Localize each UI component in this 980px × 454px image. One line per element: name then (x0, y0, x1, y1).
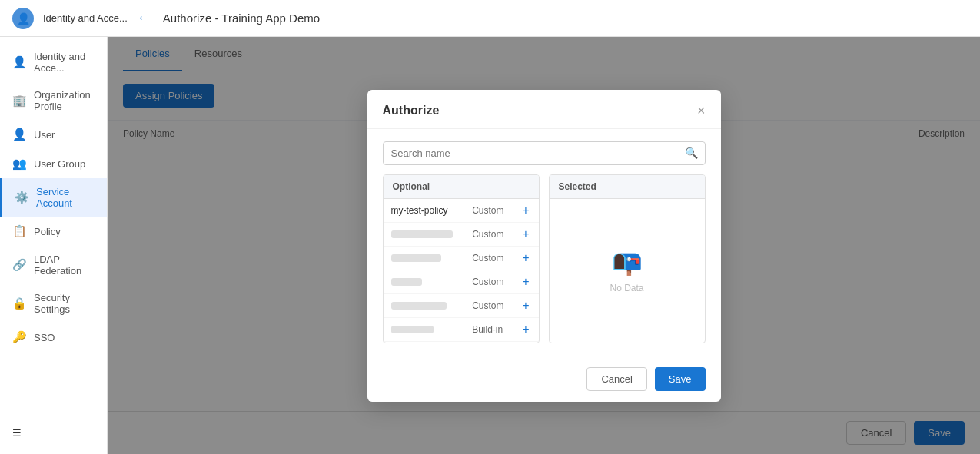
sidebar-item-user[interactable]: 👤 User (0, 120, 107, 149)
menu-icon: ☰ (12, 427, 22, 439)
policy-name-4 (391, 278, 467, 286)
sso-icon: 🔑 (12, 330, 26, 344)
sidebar-item-user-group[interactable]: 👥 User Group (0, 149, 107, 178)
add-btn-3[interactable]: + (520, 252, 530, 264)
sidebar-label-security: Security Settings (34, 292, 95, 315)
policy-name-5 (391, 302, 467, 310)
add-btn-1[interactable]: + (520, 204, 530, 217)
optional-pane: Optional my-test-policy Custom + (383, 174, 540, 343)
placeholder-bar (391, 230, 453, 238)
user-group-icon: 👥 (12, 157, 26, 171)
policy-type-1: Custom (472, 205, 514, 216)
sidebar-label-service-account: Service Account (36, 186, 95, 209)
policy-name-6 (391, 326, 467, 333)
policy-type-6: Build-in (472, 324, 514, 335)
optional-list-body: my-test-policy Custom + (384, 199, 539, 343)
list-item: Custom + (384, 223, 539, 247)
list-item: Build-in + (384, 318, 539, 342)
search-input[interactable] (383, 141, 706, 165)
authorize-modal: Authorize × 🔍 (367, 90, 721, 402)
policy-type-5: Custom (472, 300, 514, 311)
no-data-icon: 📭 (612, 247, 643, 277)
policy-type-2: Custom (472, 229, 514, 240)
modal-header: Authorize × (367, 90, 721, 129)
identity-icon: 👤 (12, 55, 26, 69)
sidebar-item-identity[interactable]: 👤 Identity and Acce... (0, 43, 107, 81)
sidebar-label-sso: SSO (34, 332, 55, 343)
user-icon: 👤 (12, 128, 26, 141)
modal-save-button[interactable]: Save (655, 367, 706, 391)
list-item: my-test-policy Custom + (384, 199, 539, 223)
sidebar-item-sso[interactable]: 🔑 SSO (0, 323, 107, 352)
no-data-text: No Data (610, 283, 643, 293)
modal-title: Authorize (383, 104, 440, 118)
sidebar-item-ldap[interactable]: 🔗 LDAP Federation (0, 246, 107, 284)
org-icon: 🏢 (12, 94, 26, 108)
sidebar-label-user-group: User Group (34, 158, 85, 170)
sidebar-label-ldap: LDAP Federation (34, 254, 95, 277)
add-btn-5[interactable]: + (520, 300, 530, 312)
modal-cancel-button[interactable]: Cancel (586, 367, 646, 391)
add-btn-4[interactable]: + (520, 276, 530, 288)
modal-body: 🔍 Optional my-test (367, 129, 721, 356)
sidebar: 👤 Identity and Acce... 🏢 Organization Pr… (0, 37, 108, 454)
modal-overlay: Authorize × 🔍 (108, 37, 980, 454)
policy-icon: 📋 (12, 224, 26, 238)
ldap-icon: 🔗 (12, 258, 26, 272)
optional-header: Optional (384, 175, 539, 199)
search-box: 🔍 (383, 141, 706, 165)
content-inner: Policies Resources Assign Policies Polic… (108, 37, 980, 454)
content-area: Policies Resources Assign Policies Polic… (108, 37, 980, 454)
sidebar-item-policy[interactable]: 📋 Policy (0, 217, 107, 246)
sidebar-item-service-account[interactable]: ⚙️ Service Account (0, 178, 107, 217)
sidebar-label-org: Organization Profile (34, 89, 95, 112)
policy-type-4: Custom (472, 277, 514, 287)
back-arrow[interactable]: ← (137, 10, 151, 26)
sidebar-bottom: ☰ (0, 418, 107, 448)
list-item: Custom + (384, 270, 539, 294)
policy-name-3 (391, 254, 467, 262)
app-icon: 👤 (12, 8, 34, 29)
policy-name-1: my-test-policy (391, 205, 467, 216)
service-account-icon: ⚙️ (15, 191, 28, 204)
main-layout: 👤 Identity and Acce... 🏢 Organization Pr… (0, 37, 980, 454)
search-icon: 🔍 (685, 147, 698, 159)
list-item: Custom + (384, 247, 539, 270)
sidebar-label-user: User (34, 129, 55, 141)
sidebar-item-org-profile[interactable]: 🏢 Organization Profile (0, 81, 107, 120)
add-btn-6[interactable]: + (520, 323, 530, 336)
sidebar-label-identity: Identity and Acce... (34, 51, 95, 74)
page-title: Authorize - Training App Demo (163, 12, 320, 25)
placeholder-bar (391, 302, 447, 310)
list-item: Build-in + (384, 342, 539, 343)
policy-name-2 (391, 230, 467, 238)
no-data-placeholder: 📭 No Data (550, 199, 705, 343)
dual-list: Optional my-test-policy Custom + (383, 174, 706, 343)
placeholder-bar (391, 278, 422, 286)
placeholder-bar (391, 254, 441, 262)
app-container: 👤 Identity and Acce... ← Authorize - Tra… (0, 0, 980, 454)
placeholder-bar (391, 326, 434, 333)
policy-type-3: Custom (472, 253, 514, 263)
list-item: Custom + (384, 294, 539, 318)
sidebar-label-policy: Policy (34, 226, 61, 237)
add-btn-2[interactable]: + (520, 228, 530, 240)
modal-close-button[interactable]: × (697, 104, 706, 118)
top-bar: 👤 Identity and Acce... ← Authorize - Tra… (0, 0, 980, 37)
app-name: Identity and Acce... (43, 12, 128, 24)
selected-pane: Selected 📭 No Data (549, 174, 706, 343)
selected-list-body: 📭 No Data (550, 199, 705, 343)
selected-header: Selected (550, 175, 705, 199)
modal-footer: Cancel Save (367, 356, 721, 402)
security-icon: 🔒 (12, 297, 26, 310)
sidebar-item-security[interactable]: 🔒 Security Settings (0, 284, 107, 323)
